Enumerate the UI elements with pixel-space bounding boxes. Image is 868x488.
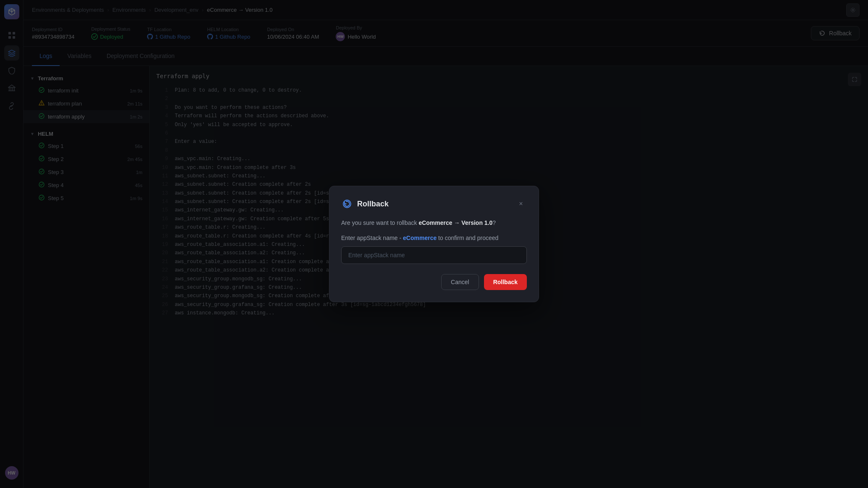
modal-overlay: Rollback × Are you sure want to rollback… [0,0,868,488]
modal-rollback-confirm-button[interactable]: Rollback [484,274,527,290]
modal-arrow: → [454,219,460,226]
rollback-modal: Rollback × Are you sure want to rollback… [329,186,539,302]
modal-subtitle: Enter appStack name - eCommerce to confi… [341,235,527,241]
modal-header: Rollback × [341,198,527,210]
modal-version: Version 1.0 [461,219,492,226]
modal-title: Rollback [357,200,389,208]
appstack-name-input[interactable] [341,246,527,264]
modal-app-name: eCommerce [418,219,452,226]
modal-close-icon: × [519,200,523,208]
modal-cancel-button[interactable]: Cancel [441,274,479,290]
modal-app-name-confirm: eCommerce [403,235,437,241]
modal-rollback-icon [341,198,353,210]
modal-body: Are you sure want to rollback eCommerce … [341,218,527,227]
modal-instruction-suffix: to confirm and proceed [437,235,498,241]
modal-close-button[interactable]: × [515,198,527,210]
modal-question-suffix: ? [492,219,496,226]
modal-question-prefix: Are you sure want to rollback [341,219,418,226]
modal-instruction-prefix: Enter appStack name - [341,235,403,241]
modal-actions: Cancel Rollback [341,274,527,290]
